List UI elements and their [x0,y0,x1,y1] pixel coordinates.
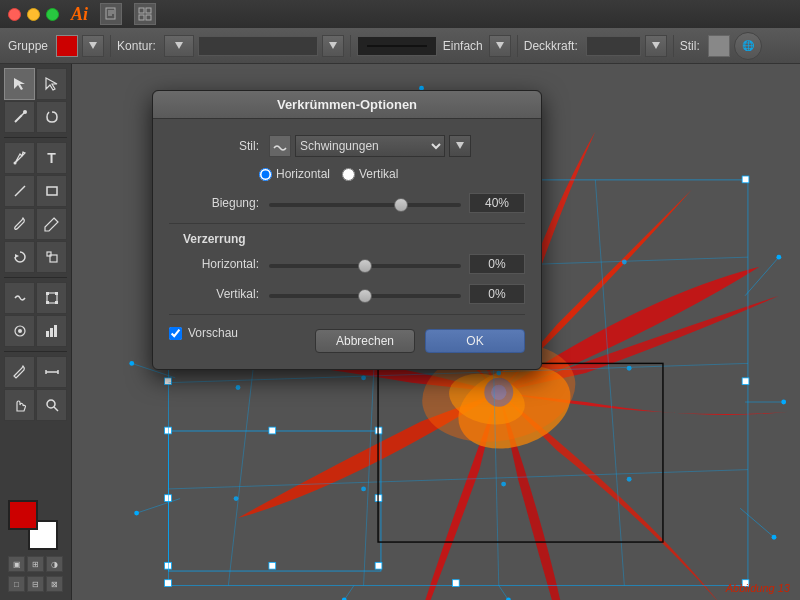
abbrechen-button[interactable]: Abbrechen [315,329,415,353]
draw-inside[interactable]: ⊠ [46,576,63,592]
tool-row-5 [4,208,67,240]
symbol-tool[interactable] [4,315,35,347]
direct-select-tool[interactable] [36,68,67,100]
fill-swatch[interactable] [56,35,78,57]
svg-marker-12 [652,42,660,49]
text-tool[interactable]: T [36,142,67,174]
svg-rect-30 [50,328,53,337]
maximize-button[interactable] [46,8,59,21]
tool-row-3: T [4,142,67,174]
kontur-dropdown-btn[interactable] [322,35,344,57]
document-icon[interactable] [100,3,122,25]
tool-separator-3 [4,351,67,352]
stroke-style-btn[interactable] [489,35,511,57]
foreground-swatch[interactable] [8,500,38,530]
left-toolbar: T [0,64,72,600]
stil-label: Stil: [169,139,259,153]
magic-wand-tool[interactable] [4,101,35,133]
vertikal-label: Vertikal [359,167,398,181]
h-distortion-input[interactable] [469,254,525,274]
svg-line-13 [15,115,22,122]
vorschau-row: Vorschau [169,326,238,340]
column-graph-tool[interactable] [36,315,67,347]
globe-btn[interactable]: 🌐 [734,32,762,60]
scale-tool[interactable] [36,241,67,273]
svg-point-28 [18,329,22,333]
normal-mode[interactable]: ▣ [8,556,25,572]
tool-row-2 [4,101,67,133]
v-distortion-slider[interactable] [269,294,461,298]
draw-normal[interactable]: □ [8,576,25,592]
svg-rect-21 [47,252,51,256]
fill-options-btn[interactable] [82,35,104,57]
horizontal-radio[interactable] [259,168,272,181]
free-transform-tool[interactable] [36,282,67,314]
kontur-value-input[interactable] [198,36,318,56]
warp-tool[interactable] [4,282,35,314]
canvas-background[interactable]: Verkrümmen-Optionen Stil: Schwingungen [72,64,800,600]
svg-rect-18 [47,187,57,195]
v-distortion-label: Vertikal: [169,287,259,301]
v-distortion-row: Vertikal: [169,284,525,304]
color-area: ▣ ⊞ ◑ □ ⊟ ⊠ [4,496,67,596]
verzerrung-label: Verzerrung [183,232,525,246]
select-tool[interactable] [4,68,35,100]
close-button[interactable] [8,8,21,21]
stroke-style-label: Einfach [443,39,483,53]
document-area: T [0,64,800,600]
pencil-tool[interactable] [36,208,67,240]
deckkraft-input[interactable]: 100% [586,36,641,56]
arrange-icon[interactable] [134,3,156,25]
paintbrush-tool[interactable] [4,208,35,240]
separator [110,35,111,57]
svg-rect-23 [46,292,49,295]
draw-behind[interactable]: ⊟ [27,576,44,592]
biegung-input[interactable] [469,193,525,213]
pattern-mode[interactable]: ⊞ [27,556,44,572]
svg-point-16 [13,162,16,165]
zoom-tool[interactable] [36,389,67,421]
deckkraft-dropdown-btn[interactable] [645,35,667,57]
main-canvas: ✕ Explosion Typografie* bei 25 % (CMYK/V… [72,64,800,600]
tool-separator-1 [4,137,67,138]
minimize-button[interactable] [27,8,40,21]
separator4 [673,35,674,57]
biegung-slider[interactable] [269,203,461,207]
section-divider-2 [169,314,525,315]
lasso-tool[interactable] [36,101,67,133]
svg-point-15 [23,110,27,114]
v-distortion-slider-container [269,287,461,301]
pen-tool[interactable] [4,142,35,174]
eyedropper-tool[interactable] [4,356,35,388]
h-distortion-slider[interactable] [269,264,461,268]
h-distortion-slider-container [269,257,461,271]
ok-button[interactable]: OK [425,329,525,353]
gradient-mode[interactable]: ◑ [46,556,63,572]
svg-rect-5 [146,8,151,13]
biegung-row: Biegung: [169,193,525,213]
measure-tool[interactable] [36,356,67,388]
horizontal-radio-label[interactable]: Horizontal [259,167,330,181]
vertikal-radio[interactable] [342,168,355,181]
stil-row: Stil: Schwingungen Bogen Welle [169,135,525,157]
separator2 [350,35,351,57]
tool-row-7 [4,282,67,314]
h-distortion-label: Horizontal: [169,257,259,271]
tool-row-9 [4,356,67,388]
dialog-title: Verkrümmen-Optionen [153,91,541,119]
hand-tool[interactable] [4,389,35,421]
line-tool[interactable] [4,175,35,207]
vertikal-radio-label[interactable]: Vertikal [342,167,398,181]
rotate-tool[interactable] [4,241,35,273]
dialog-body: Stil: Schwingungen Bogen Welle [153,119,541,369]
stroke-preview [357,36,437,56]
stil-select[interactable]: Schwingungen Bogen Welle [295,135,445,157]
v-distortion-input[interactable] [469,284,525,304]
kontur-options-btn[interactable] [164,35,194,57]
svg-marker-8 [89,42,97,49]
stil-arrow-btn[interactable] [449,135,471,157]
rect-tool[interactable] [36,175,67,207]
deckkraft-label: Deckkraft: [524,39,578,53]
svg-marker-10 [329,42,337,49]
vorschau-checkbox[interactable] [169,327,182,340]
